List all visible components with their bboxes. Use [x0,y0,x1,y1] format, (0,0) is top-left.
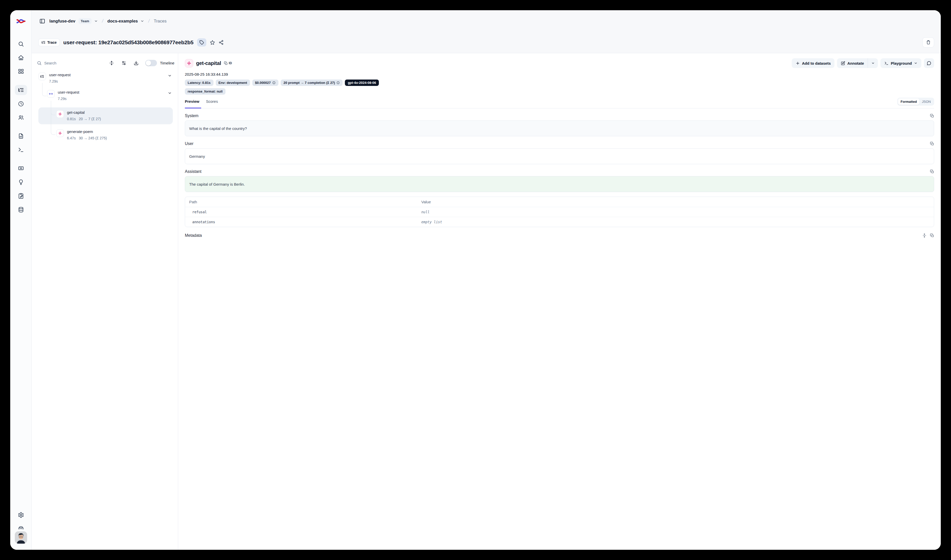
toggle-knob [146,60,151,66]
assistant-section: Assistant The capital of Germany is Berl… [185,169,476,192]
rail-home[interactable] [15,53,27,63]
trace-tree: user-request 7.29s user-request 7.29s [35,72,175,143]
tree-node-tokens: 30 → 245 (Σ 275) [79,136,107,140]
table-row: refusal null [185,207,476,217]
field-path: annotations [185,217,417,227]
sidebar-toggle[interactable] [39,18,45,24]
download-icon [134,61,138,65]
share-button[interactable] [219,40,224,45]
langfuse-logo[interactable] [16,17,26,25]
content-row: Timeline user-request 7.29s [32,53,476,280]
timeline-label: Timeline [160,61,174,65]
breadcrumb-bar: langfuse-dev Team / docs-examples / Trac… [32,10,476,32]
star-icon [210,40,215,45]
span-icon [49,92,53,96]
panel-left-icon [39,18,45,24]
database-icon [18,207,24,213]
rail-prompts[interactable] [15,131,27,141]
assistant-content: The capital of Germany is Berlin. [185,176,476,192]
org-switcher[interactable] [94,19,98,23]
copy-id-button[interactable]: ID [224,62,232,65]
tree-node-label: get-capital [67,110,101,115]
tree-row-generate-poem[interactable]: generate-poem 6.47s30 → 245 (Σ 275) [38,127,174,143]
rail-dashboard[interactable] [15,66,27,77]
tree-settings-button[interactable] [120,58,128,67]
tree-connector [51,101,55,135]
model-badge[interactable]: gpt-4o-2024-08-06 [345,80,379,86]
tree-node-label: user-request [49,72,71,77]
breadcrumb-project[interactable]: docs-examples [108,18,138,23]
sliders-icon [122,61,126,65]
tree-node-duration: 6.47s [67,136,76,140]
chevron-down-icon [94,19,98,23]
env-badge: Env: development [216,80,250,86]
rail-annotation[interactable] [15,191,27,201]
rail-tracing[interactable] [15,85,27,95]
response-format-badge: response_format: null [185,88,225,95]
trace-tree-icon [42,40,46,45]
download-button[interactable] [132,58,141,67]
generation-node-chip [56,129,64,137]
rail-search[interactable] [15,39,27,49]
breadcrumb-section[interactable]: Traces [154,18,167,23]
generation-icon [58,112,62,116]
rail-users[interactable] [15,112,27,123]
trace-title-bar: Trace user-request: 19e27ac025d543b008e9… [32,32,476,53]
tree-node-duration: 7.29s [58,97,66,101]
trace-node-chip [38,72,46,80]
generation-icon [187,61,191,66]
app-window: langfuse-dev Team / docs-examples / Trac… [10,10,476,280]
metadata-section: Metadata [185,233,476,242]
tree-row-get-capital-selected[interactable]: get-capital 0.81s20 → 7 (Σ 27) [38,108,173,124]
field-value: empty list [417,217,476,227]
observation-timestamp: 2025-08-25 16:33:44.139 [185,72,476,77]
breadcrumb-org[interactable]: langfuse-dev [49,18,75,23]
search-input[interactable] [44,61,83,65]
tree-node-tokens: 20 → 7 (Σ 27) [79,117,101,121]
collapse-node-button[interactable] [168,91,172,95]
cost-badge[interactable]: $0.000027 [252,80,279,86]
trace-badge-label: Trace [47,40,57,45]
span-node-chip [47,90,55,98]
clipboard-pen-icon [18,193,24,199]
bookmark-button[interactable] [210,40,215,45]
system-label: System [185,114,199,118]
clock-icon [18,101,24,107]
percent-card-icon [18,165,24,171]
search-icon [18,41,24,47]
collapse-node-button[interactable] [168,74,172,78]
user-section: User Germany [185,142,476,164]
trace-title: user-request: 19e27ac025d543b008e9086977… [63,39,194,46]
token-usage-badge[interactable]: 20 prompt → 7 completion (Σ 27) [281,80,343,86]
rail-evals[interactable] [15,177,27,187]
rail-scores[interactable] [15,163,27,173]
trace-tree-panel: Timeline user-request 7.29s [32,53,178,280]
system-section: System What is the capital of the countr… [185,114,476,136]
timeline-toggle[interactable] [145,60,157,66]
tree-node-duration: 7.29s [49,79,58,83]
active-tab-indicator [185,108,201,109]
assistant-label: Assistant [185,169,202,174]
info-icon [272,81,275,85]
file-code-icon [18,133,24,139]
tab-preview[interactable]: Preview [185,99,199,103]
users-icon [18,115,24,121]
tab-scores[interactable]: Scores [206,99,218,103]
collapse-all-button[interactable] [108,58,116,67]
project-switcher[interactable] [140,19,144,23]
rail-sessions[interactable] [15,99,27,109]
table-header-value: Value [417,197,476,207]
tree-row-span[interactable]: user-request 7.29s [38,90,174,104]
rail-playground[interactable] [15,145,27,155]
icon-rail [10,10,32,280]
home-icon [18,55,24,61]
terminal-icon [18,147,24,153]
user-content: Germany [185,148,476,164]
tree-row-trace[interactable]: user-request 7.29s [38,72,174,86]
tag-button[interactable] [197,38,206,46]
rail-datasets[interactable] [15,205,27,215]
copy-icon [224,62,228,65]
generation-chip [185,59,193,68]
field-value: null [417,207,476,217]
observation-title: get-capital [196,60,221,66]
